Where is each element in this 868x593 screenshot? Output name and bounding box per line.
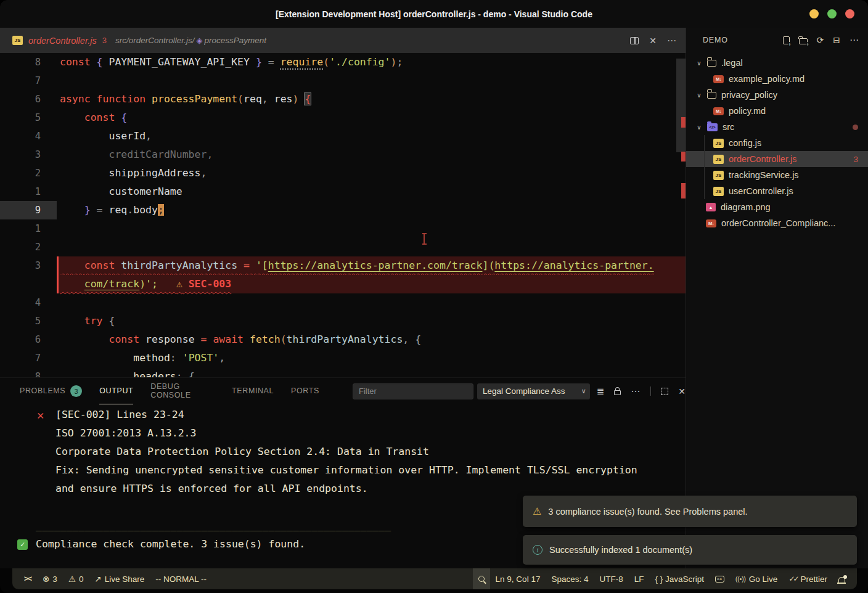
code-token: method xyxy=(133,352,170,364)
panel-tab-ports[interactable]: PORTS xyxy=(291,378,319,404)
panel-tab-problems[interactable]: PROBLEMS3 xyxy=(20,378,82,404)
status-3[interactable]: ⊗3 xyxy=(37,568,63,589)
panel-tab-label: DEBUG CONSOLE xyxy=(150,378,215,404)
code-token: thirdPartyAnalytics xyxy=(121,260,244,271)
tree-item-.legal[interactable]: ∨.legal xyxy=(686,55,868,71)
code-token: fetch xyxy=(250,333,280,345)
output-text: Compliance check complete. 3 issue(s) fo… xyxy=(36,535,305,554)
panel-more-icon[interactable]: ⋯ xyxy=(631,386,641,397)
close-panel-icon[interactable]: ✕ xyxy=(678,386,686,396)
panel-tab-debug-console[interactable]: DEBUG CONSOLE xyxy=(150,378,215,404)
line-number: 5 xyxy=(0,108,57,127)
status-live-share[interactable]: ↗Live Share xyxy=(89,568,150,589)
explorer-more-icon[interactable]: ⋯ xyxy=(850,35,859,46)
status-prettier[interactable]: ✓✓Prettier xyxy=(783,568,833,589)
status-javascript[interactable]: { } JavaScript xyxy=(649,568,710,589)
code-line[interactable]: 4 xyxy=(0,293,686,312)
word-wrap-icon[interactable]: ≣ xyxy=(597,386,605,397)
problems-count-badge: 3 xyxy=(70,385,82,397)
code-line[interactable]: 8const { PAYMENT_GATEWAY_API_KEY } = req… xyxy=(0,53,686,72)
explorer-sidebar: DEMO ⟳ ⊟ ⋯ ∨.legalM↓example_policy.md∨pr… xyxy=(686,28,868,568)
editor-column: JS orderController.js 3 src/orderControl… xyxy=(0,28,686,568)
status-spaces-4[interactable]: Spaces: 4 xyxy=(546,568,594,589)
new-file-icon[interactable] xyxy=(783,36,790,44)
tree-item-example_policy.md[interactable]: M↓example_policy.md xyxy=(686,71,868,87)
notification-compliance[interactable]: ⚠ 3 compliance issue(s) found. See Probl… xyxy=(523,496,857,527)
editor-scrollbar[interactable] xyxy=(676,53,686,377)
code-line[interactable]: 6async function processPayment(req, res)… xyxy=(0,90,686,108)
status-lf[interactable]: LF xyxy=(629,568,650,589)
code-line[interactable]: 5 const { xyxy=(0,108,686,127)
code-token xyxy=(60,352,133,364)
split-editor-icon[interactable] xyxy=(630,37,639,44)
status-bell-dot[interactable] xyxy=(833,568,851,589)
zoom-light[interactable] xyxy=(827,9,837,18)
status-0[interactable]: ⚠0 xyxy=(63,568,89,589)
code-line[interactable]: 4 userId, xyxy=(0,127,686,145)
tree-item-policy.md[interactable]: M↓policy.md xyxy=(686,103,868,119)
status-ln-9-col-17[interactable]: Ln 9, Col 17 xyxy=(490,568,546,589)
status-go-live[interactable]: ((•))Go Live xyxy=(730,568,783,589)
code-token: ⚠ xyxy=(176,278,182,290)
status-zoom-magnifier[interactable] xyxy=(473,568,490,589)
code-editor[interactable]: 8const { PAYMENT_GATEWAY_API_KEY } = req… xyxy=(0,53,686,377)
status-normal[interactable]: -- NORMAL -- xyxy=(150,568,212,589)
code-line[interactable]: 9 } = req.body; xyxy=(0,201,686,219)
code-token: { xyxy=(121,112,127,123)
code-line[interactable]: 1 customerName xyxy=(0,182,686,201)
code-line[interactable]: 7 xyxy=(0,72,686,90)
lock-scroll-icon[interactable] xyxy=(614,390,621,395)
code-line[interactable]: com/track)'; ⚠ SEC-003 xyxy=(0,275,686,293)
code-line[interactable]: 8 headers: { xyxy=(0,367,686,377)
tree-item-config.js[interactable]: JSconfig.js xyxy=(686,135,868,151)
status-robot[interactable]: oo xyxy=(710,568,730,589)
output-channel-select[interactable]: Legal Compliance Ass ∨ xyxy=(477,383,590,399)
status-remote[interactable]: >< xyxy=(18,568,37,589)
status-utf-8[interactable]: UTF-8 xyxy=(594,568,628,589)
code-token: 'POST' xyxy=(182,352,219,364)
traffic-lights xyxy=(809,0,854,28)
code-token xyxy=(60,186,108,197)
tree-item-src[interactable]: ∨</>src xyxy=(686,119,868,135)
code-line[interactable]: 2 xyxy=(0,238,686,256)
panel-tab-output[interactable]: OUTPUT xyxy=(99,378,133,404)
tree-item-orderController.js[interactable]: JSorderController.js3 xyxy=(686,151,868,167)
tree-item-trackingService.js[interactable]: JStrackingService.js xyxy=(686,167,868,183)
code-line[interactable]: 3 creditCardNumber, xyxy=(0,145,686,164)
code-line[interactable]: 6 const response = await fetch(thirdPart… xyxy=(0,330,686,349)
tab-ordercontroller[interactable]: JS orderController.js 3 xyxy=(12,36,107,46)
code-line[interactable]: 7 method: 'POST', xyxy=(0,349,686,367)
breadcrumb[interactable]: src/orderController.js/ ◈ processPayment xyxy=(115,36,266,45)
tree-item-userController.js[interactable]: JSuserController.js xyxy=(686,183,868,199)
output-line: ✕[SEC-002] Lines 23-24 xyxy=(0,406,686,424)
line-number: 8 xyxy=(0,53,57,72)
code-line[interactable]: 5 try { xyxy=(0,312,686,330)
new-folder-icon[interactable] xyxy=(799,38,808,44)
more-actions-icon[interactable]: ⋯ xyxy=(667,35,677,46)
tree-item-orderController_Complianc...[interactable]: M↓orderController_Complianc... xyxy=(686,215,868,231)
code-line[interactable]: 2 shippingAddress, xyxy=(0,164,686,182)
minimize-light[interactable] xyxy=(809,9,819,18)
close-light[interactable] xyxy=(845,9,854,18)
code-line[interactable]: 3 const thirdPartyAnalytics = '[https://… xyxy=(0,256,686,275)
code-line[interactable]: 1 xyxy=(0,219,686,238)
line-number: 5 xyxy=(0,312,57,330)
close-editor-icon[interactable]: ✕ xyxy=(649,36,657,46)
filter-input[interactable] xyxy=(353,383,473,399)
notification-indexed[interactable]: i Successfully indexed 1 document(s) xyxy=(523,535,857,565)
panel-tabs: PROBLEMS3OUTPUTDEBUG CONSOLETERMINALPORT… xyxy=(20,378,337,404)
code-token xyxy=(60,204,84,216)
tree-item-privacy_policy[interactable]: ∨privacy_policy xyxy=(686,87,868,103)
line-number: 9 xyxy=(0,201,57,219)
md-icon: M↓ xyxy=(713,107,724,115)
scrollbar-thumb[interactable] xyxy=(676,59,686,152)
refresh-icon[interactable]: ⟳ xyxy=(817,35,824,45)
panel-tab-terminal[interactable]: TERMINAL xyxy=(232,378,274,404)
code-token: ]( xyxy=(482,260,494,271)
tree-item-diagram.png[interactable]: ▲diagram.png xyxy=(686,199,868,215)
maximize-panel-icon[interactable] xyxy=(661,388,668,395)
code-token: { xyxy=(109,315,115,327)
code-token: , xyxy=(403,333,415,345)
collapse-all-icon[interactable]: ⊟ xyxy=(833,35,840,45)
file-tree: ∨.legalM↓example_policy.md∨privacy_polic… xyxy=(686,52,868,231)
